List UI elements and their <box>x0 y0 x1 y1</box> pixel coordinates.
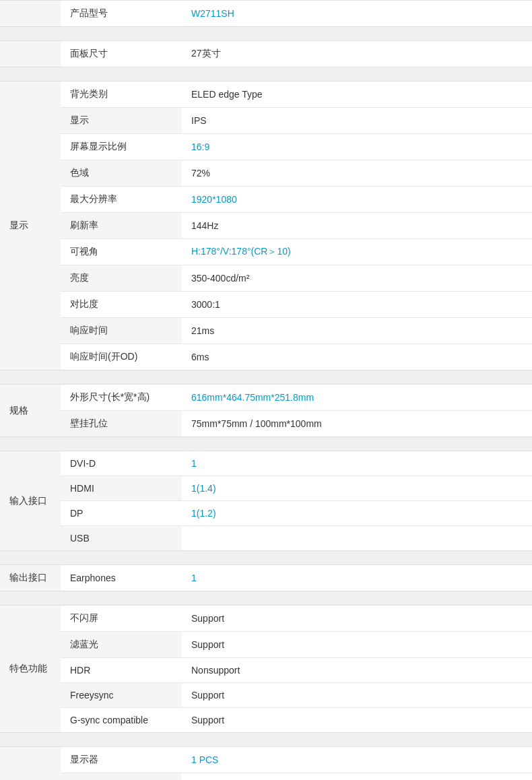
value-cell: 27英寸 <box>182 41 532 67</box>
category-cell: 特色功能 <box>0 606 61 733</box>
table-row: 最大分辨率1920*1080 <box>0 187 532 213</box>
table-row: 显示背光类别ELED edge Type <box>0 82 532 108</box>
table-row: 壁挂孔位75mm*75mm / 100mm*100mm <box>0 411 532 437</box>
category-cell: 输入接口 <box>0 451 61 551</box>
label-cell: 显示 <box>61 108 182 134</box>
value-cell: ELED edge Type <box>182 82 532 108</box>
value-cell: 144Hz <box>182 213 532 239</box>
table-row: 显示IPS <box>0 108 532 134</box>
category-cell: 输出接口 <box>0 565 61 591</box>
value-cell: IPS <box>182 108 532 134</box>
value-cell: 21ms <box>182 318 532 344</box>
table-row: 特色功能不闪屏Support <box>0 606 532 632</box>
value-cell: 75mm*75mm / 100mm*100mm <box>182 411 532 437</box>
value-cell: 350-400cd/m² <box>182 265 532 292</box>
label-cell: 响应时间(开OD) <box>61 344 182 370</box>
label-cell: 屏幕显示比例 <box>61 134 182 160</box>
label-cell: 面板尺寸 <box>61 41 182 67</box>
table-row: 产品型号W2711SH <box>0 1 532 27</box>
label-cell: 响应时间 <box>61 318 182 344</box>
category-cell <box>0 1 61 27</box>
table-row: 亮度350-400cd/m² <box>0 265 532 292</box>
table-row: 屏幕显示比例16:9 <box>0 134 532 160</box>
category-cell: 规格 <box>0 385 61 437</box>
value-cell <box>182 526 532 551</box>
value-cell: W2711SH <box>182 1 532 27</box>
category-cell <box>0 41 61 67</box>
value-cell: 1 PCS <box>182 747 532 773</box>
value-cell: 1920*1080 <box>182 187 532 213</box>
label-cell: 不闪屏 <box>61 606 182 632</box>
label-cell: DVI-D <box>61 451 182 476</box>
label-cell: 显示器 <box>61 747 182 773</box>
category-cell: 附件 <box>0 747 61 781</box>
label-cell: 对比度 <box>61 292 182 318</box>
table-row: 色域72% <box>0 160 532 187</box>
value-cell: H:178°/V:178°(CR＞10) <box>182 239 532 265</box>
value-cell: 616mm*464.75mm*251.8mm <box>182 385 532 411</box>
value-cell: 1 <box>182 451 532 476</box>
label-cell: 背光类别 <box>61 82 182 108</box>
label-cell: DP <box>61 501 182 526</box>
value-cell: 16:9 <box>182 134 532 160</box>
value-cell: 1(1.2) <box>182 501 532 526</box>
table-row: DP1(1.2) <box>0 501 532 526</box>
value-cell: Support <box>182 708 532 733</box>
table-row: HDRNonsupport <box>0 658 532 683</box>
table-row: 面板尺寸27英寸 <box>0 41 532 67</box>
table-row: 附件显示器1 PCS <box>0 747 532 773</box>
label-cell: 可视角 <box>61 239 182 265</box>
label-cell: 外形尺寸(长*宽*高) <box>61 385 182 411</box>
table-row: 规格外形尺寸(长*宽*高)616mm*464.75mm*251.8mm <box>0 385 532 411</box>
value-cell: 72% <box>182 160 532 187</box>
category-cell: 显示 <box>0 82 61 370</box>
label-cell: 底座 <box>61 773 182 781</box>
label-cell: Earphones <box>61 565 182 591</box>
value-cell: 1 PCS(Optional) <box>182 773 532 781</box>
label-cell: USB <box>61 526 182 551</box>
label-cell: G-sync compatible <box>61 708 182 733</box>
value-cell: 1(1.4) <box>182 476 532 501</box>
value-cell: Nonsupport <box>182 658 532 683</box>
table-row: HDMI1(1.4) <box>0 476 532 501</box>
table-row: 响应时间21ms <box>0 318 532 344</box>
label-cell: 色域 <box>61 160 182 187</box>
label-cell: 亮度 <box>61 265 182 292</box>
value-cell: Support <box>182 632 532 658</box>
table-row: 输入接口DVI-D1 <box>0 451 532 476</box>
label-cell: 最大分辨率 <box>61 187 182 213</box>
table-row: 响应时间(开OD)6ms <box>0 344 532 370</box>
table-row: 对比度3000:1 <box>0 292 532 318</box>
value-cell: Support <box>182 683 532 708</box>
table-row: 底座1 PCS(Optional) <box>0 773 532 781</box>
label-cell: Freeysync <box>61 683 182 708</box>
label-cell: 刷新率 <box>61 213 182 239</box>
table-row: G-sync compatibleSupport <box>0 708 532 733</box>
table-row: 可视角H:178°/V:178°(CR＞10) <box>0 239 532 265</box>
value-cell: Support <box>182 606 532 632</box>
table-row: 输出接口Earphones1 <box>0 565 532 591</box>
value-cell: 1 <box>182 565 532 591</box>
table-row: FreeysyncSupport <box>0 683 532 708</box>
label-cell: 滤蓝光 <box>61 632 182 658</box>
label-cell: 产品型号 <box>61 1 182 27</box>
value-cell: 6ms <box>182 344 532 370</box>
label-cell: 壁挂孔位 <box>61 411 182 437</box>
label-cell: HDR <box>61 658 182 683</box>
table-row: 滤蓝光Support <box>0 632 532 658</box>
spec-table: 产品型号W2711SH面板尺寸27英寸显示背光类别ELED edge Type显… <box>0 0 532 780</box>
value-cell: 3000:1 <box>182 292 532 318</box>
table-row: 刷新率144Hz <box>0 213 532 239</box>
label-cell: HDMI <box>61 476 182 501</box>
table-row: USB <box>0 526 532 551</box>
